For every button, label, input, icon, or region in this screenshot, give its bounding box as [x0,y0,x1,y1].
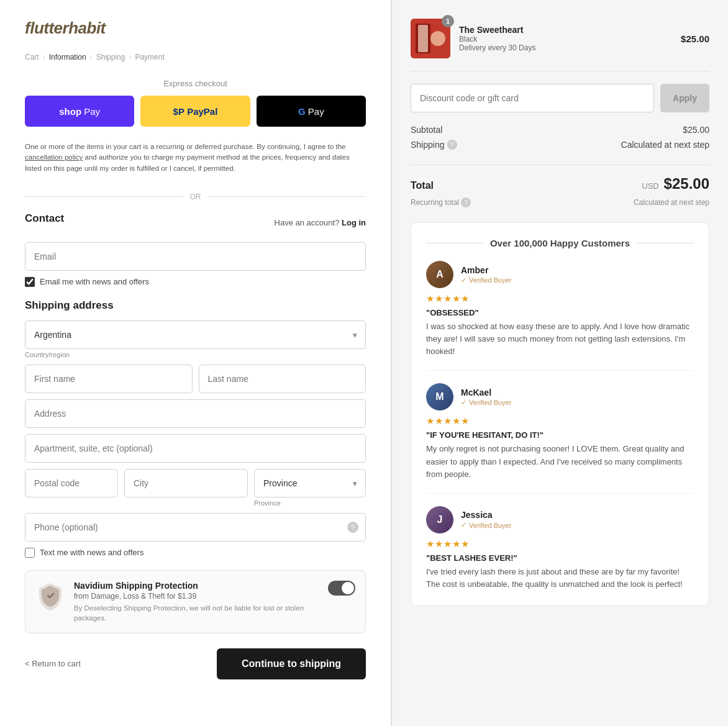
product-variant: Black [459,35,672,43]
breadcrumb: Cart › Information › Shipping › Payment [25,53,366,61]
breadcrumb-shipping: Shipping [96,53,125,61]
footer-actions: < Return to cart Continue to shipping [25,648,366,679]
newsletter-checkbox-row: Email me with news and offers [25,277,366,287]
review-card-1: A Amber ✓ Verified Buyer ★★★★★ "OBSESSED… [426,261,694,371]
country-label: Country/region [25,351,366,358]
apply-discount-button[interactable]: Apply [660,84,709,112]
recurring-value: Calculated at next step [634,198,709,207]
province-group: Province Province [254,469,366,507]
stars-1: ★★★★★ [426,293,694,304]
recurring-help-icon[interactable]: ? [461,197,471,207]
paypal-button[interactable]: $P PayPal [140,96,250,127]
province-label: Province [254,499,366,507]
contact-heading: Contact [25,212,64,225]
svg-point-3 [430,31,445,46]
express-checkout-buttons: shop Pay $P PayPal G Pay [25,96,366,127]
review-body-1: I was so shocked at how easy these are t… [426,320,694,358]
reviewer-name-1: Amber [461,265,511,275]
subtotal-label: Subtotal [411,125,442,135]
email-group [25,242,366,271]
express-checkout-section: Express checkout shop Pay $P PayPal G Pa… [25,79,366,180]
recurring-label: Recurring total ? [411,197,471,207]
subtotal-row: Subtotal $25.00 [411,125,709,135]
avatar-mckael: M [426,383,453,411]
shipping-help-icon[interactable]: ? [447,140,457,150]
reviews-section: Over 100,000 Happy Customers A Amber ✓ V… [411,222,709,606]
last-name-input[interactable] [199,365,366,393]
name-row [25,365,366,393]
country-select-wrapper: Argentina [25,320,366,349]
breadcrumb-cart[interactable]: Cart [25,53,39,61]
stars-2: ★★★★★ [426,415,694,427]
discount-input[interactable] [411,84,654,112]
last-name-group [199,365,366,393]
totals-section: Subtotal $25.00 Shipping ? Calculated at… [411,125,709,165]
apartment-group [25,434,366,463]
verified-badge-1: ✓ Verified Buyer [461,276,511,284]
review-body-3: I've tried every lash there is just abou… [426,566,694,591]
apartment-input[interactable] [25,434,366,463]
city-input[interactable] [124,469,248,497]
total-price: $25.00 [664,175,709,192]
verified-badge-3: ✓ Verified Buyer [461,521,511,529]
text-offer-label: Text me with news and offers [40,548,143,557]
reviewer-info-1: Amber ✓ Verified Buyer [461,265,511,284]
protection-description: By Deselecting Shipping Protection, we w… [74,603,319,623]
city-group [124,469,248,507]
avatar-amber: A [426,261,453,288]
return-to-cart-link[interactable]: < Return to cart [25,659,81,668]
reviewer-info-2: McKael ✓ Verified Buyer [461,388,511,407]
brand-logo: flutterhabit [25,19,366,38]
city-postal-province-row: Province Province [25,469,366,507]
product-details: The Sweetheart Black Delivery every 30 D… [459,25,672,52]
protection-info: Navidium Shipping Protection from Damage… [74,581,319,623]
postal-group [25,469,118,507]
shoppay-button[interactable]: shop Pay [25,96,134,127]
review-card-3: J Jessica ✓ Verified Buyer ★★★★★ "BEST L… [426,506,694,591]
breadcrumb-information[interactable]: Information [49,53,86,61]
province-select[interactable]: Province [254,469,366,497]
email-input[interactable] [25,242,366,271]
total-label: Total [411,180,434,191]
postal-code-input[interactable] [25,469,118,497]
review-body-2: My only regret is not purchasing sooner!… [426,443,694,480]
review-card-2: M McKael ✓ Verified Buyer ★★★★★ "IF YOU'… [426,383,694,493]
address-group [25,399,366,428]
total-row: Total USD $25.00 [411,175,709,193]
review-title-3: "BEST LASHES EVER!" [426,553,694,563]
gpay-button[interactable]: G Pay [257,96,366,127]
login-link[interactable]: Log in [342,218,366,227]
phone-wrapper: ? [25,513,366,542]
review-title-2: "IF YOU'RE HESITANT, DO IT!" [426,430,694,440]
address-input[interactable] [25,399,366,428]
express-checkout-title: Express checkout [25,79,366,88]
phone-input[interactable] [25,513,366,542]
stars-3: ★★★★★ [426,538,694,550]
shipping-row: Shipping ? Calculated at next step [411,140,709,150]
product-image-wrapper: 1 [411,19,450,58]
cancellation-policy-link[interactable]: cancellation policy [25,153,83,161]
reviews-heading: Over 100,000 Happy Customers [426,238,694,248]
avatar-jessica: J [426,506,453,533]
reviewer-name-3: Jessica [461,510,511,520]
phone-help-icon[interactable]: ? [347,522,358,533]
text-offer-checkbox-row: Text me with news and offers [25,548,366,558]
review-header-1: A Amber ✓ Verified Buyer [426,261,694,288]
product-quantity-badge: 1 [442,15,454,27]
total-price-wrapper: USD $25.00 [642,175,709,193]
login-link-wrapper: Have an account? Log in [275,218,366,227]
breadcrumb-payment: Payment [135,53,164,61]
product-delivery: Delivery every 30 Days [459,43,672,52]
country-select[interactable]: Argentina [25,320,366,349]
protection-icon [35,581,65,610]
newsletter-checkbox[interactable] [25,277,35,287]
continue-to-shipping-button[interactable]: Continue to shipping [217,648,366,679]
newsletter-label: Email me with news and offers [40,277,149,286]
review-header-2: M McKael ✓ Verified Buyer [426,383,694,411]
review-header-3: J Jessica ✓ Verified Buyer [426,506,694,533]
first-name-input[interactable] [25,365,193,393]
protection-toggle[interactable] [328,581,355,596]
svg-rect-2 [418,25,428,52]
discount-row: Apply [411,84,709,112]
text-offer-checkbox[interactable] [25,548,35,558]
